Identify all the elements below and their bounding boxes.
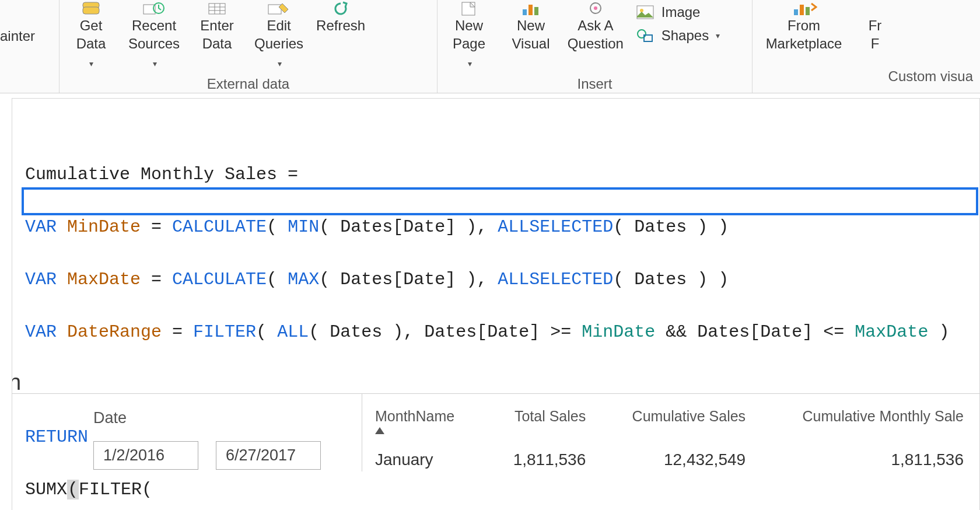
new-visual-label: New Visual (512, 16, 550, 53)
image-icon (635, 4, 656, 21)
svg-point-15 (594, 6, 597, 10)
svg-rect-22 (806, 7, 810, 15)
new-page-icon (455, 1, 483, 16)
ribbon-group-custom-visuals: From Marketplace Fr F Custom visua (752, 0, 980, 93)
ribbon-group-external-data: Get Data▾ Recent Sources▾ Enter Data Edi… (60, 0, 438, 93)
new-visual-icon (517, 1, 545, 16)
svg-rect-12 (528, 5, 533, 15)
svg-rect-21 (800, 5, 804, 15)
from-marketplace-button[interactable]: From Marketplace (757, 0, 850, 54)
formula-line: VAR MaxDate = CALCULATE( MAX( Dates[Date… (25, 267, 974, 293)
chevron-down-icon: ▾ (153, 59, 157, 68)
ask-question-icon (582, 1, 610, 16)
ribbon-group-label: Insert (442, 72, 747, 98)
svg-rect-20 (794, 9, 798, 15)
col-monthname[interactable]: MonthName (374, 404, 492, 445)
image-label: Image (662, 4, 701, 20)
ribbon-group-label: External data (64, 72, 432, 98)
shapes-icon (635, 27, 656, 44)
chevron-down-icon: ▾ (89, 59, 93, 68)
get-data-icon (77, 1, 105, 16)
recent-sources-label: Recent Sources (128, 16, 180, 53)
results-table[interactable]: MonthName Total Sales Cumulative Sales C… (362, 393, 980, 471)
cell-cum: 12,432,549 (602, 445, 762, 471)
from-file-label: Fr F (869, 16, 882, 53)
table-row[interactable]: January 1,811,536 12,432,549 1,811,536 (374, 445, 980, 471)
ribbon: ainter Get Data▾ Recent Sources▾ Enter (0, 0, 980, 93)
image-button[interactable]: Image (634, 1, 747, 23)
table-header-row: MonthName Total Sales Cumulative Sales C… (374, 404, 980, 445)
shapes-button[interactable]: Shapes ▾ (634, 25, 747, 47)
ribbon-group-label: Custom visua (757, 65, 975, 90)
svg-rect-1 (83, 7, 99, 14)
refresh-label: Refresh (316, 16, 365, 34)
new-page-button[interactable]: New Page▾ (442, 0, 496, 72)
slicer-from-input[interactable]: 1/2/2016 (93, 441, 198, 470)
refresh-icon (327, 1, 355, 16)
from-marketplace-label: From Marketplace (766, 16, 842, 53)
chevron-down-icon: ▾ (468, 59, 472, 68)
svg-rect-13 (534, 7, 538, 15)
edit-queries-label: Edit Queries (254, 16, 303, 53)
marketplace-icon (790, 1, 818, 16)
recent-sources-icon (140, 1, 168, 16)
svg-rect-4 (209, 4, 225, 14)
formula-line: Cumulative Monthly Sales = (25, 162, 974, 188)
enter-data-icon (203, 1, 231, 16)
ask-question-button[interactable]: Ask A Question (566, 0, 625, 54)
new-visual-button[interactable]: New Visual (504, 0, 558, 54)
recent-sources-button[interactable]: Recent Sources▾ (126, 0, 182, 72)
cell-month: January (374, 445, 492, 471)
ribbon-group-insert: New Page▾ New Visual Ask A Question (438, 0, 752, 93)
canvas-visuals: Date 1/2/2016 6/27/2017 MonthName Total … (12, 393, 980, 471)
selection-highlight (22, 187, 978, 215)
enter-data-label: Enter Data (200, 16, 233, 53)
chevron-down-icon: ▾ (278, 59, 282, 68)
svg-rect-10 (462, 2, 475, 15)
edit-queries-icon (265, 1, 293, 16)
svg-rect-9 (268, 5, 281, 14)
formula-line: SUMX(FILTER( (25, 477, 974, 503)
edit-queries-button[interactable]: Edit Queries▾ (252, 0, 306, 72)
formula-line-highlighted: VAR DateRange = FILTER( ALL( Dates ), Da… (25, 319, 974, 345)
col-cumulative-sales[interactable]: Cumulative Sales (602, 404, 762, 445)
insert-stack: Image Shapes ▾ (634, 0, 747, 47)
slicer-to-input[interactable]: 6/27/2017 (216, 441, 321, 470)
chevron-down-icon: ▾ (716, 31, 720, 40)
shapes-label: Shapes (662, 27, 709, 44)
get-data-button[interactable]: Get Data▾ (64, 0, 118, 72)
format-painter-partial[interactable]: ainter (0, 0, 60, 93)
cell-total: 1,811,536 (492, 445, 603, 471)
enter-data-button[interactable]: Enter Data (190, 0, 244, 54)
refresh-button[interactable]: Refresh (314, 0, 368, 36)
cell-cummon: 1,811,536 (762, 445, 980, 471)
date-slicer[interactable]: Date 1/2/2016 6/27/2017 (12, 393, 362, 471)
formula-line: VAR MinDate = CALCULATE( MIN( Dates[Date… (25, 214, 974, 240)
format-painter-label: ainter (0, 28, 35, 44)
from-file-button-partial[interactable]: Fr F (859, 0, 891, 54)
get-data-label1: Get Data (76, 16, 106, 53)
from-file-icon (861, 1, 889, 16)
new-page-label: New Page (453, 16, 485, 53)
col-cumulative-monthly-sales[interactable]: Cumulative Monthly Sale (762, 404, 980, 445)
col-total-sales[interactable]: Total Sales (492, 404, 603, 445)
svg-rect-11 (523, 9, 527, 15)
ask-question-label: Ask A Question (568, 16, 624, 53)
slicer-title: Date (93, 409, 362, 427)
